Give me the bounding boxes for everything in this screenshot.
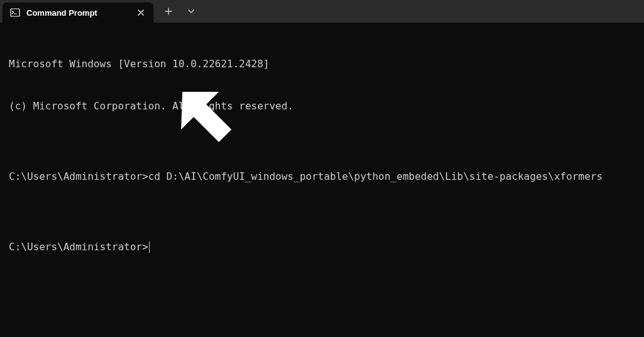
terminal-output[interactable]: Microsoft Windows [Version 10.0.22621.24… (0, 23, 644, 275)
window-titlebar: Command Prompt (0, 0, 644, 23)
version-line: Microsoft Windows [Version 10.0.22621.24… (9, 57, 635, 71)
text-cursor (149, 241, 150, 253)
command-text: cd D:\AI\ComfyUI_windows_portable\python… (148, 170, 602, 182)
prompt-path: C:\Users\Administrator> (9, 170, 148, 182)
cmd-icon (10, 8, 20, 18)
close-tab-button[interactable] (135, 6, 147, 19)
tab-command-prompt[interactable]: Command Prompt (3, 3, 153, 23)
tab-title: Command Prompt (26, 8, 128, 18)
prompt-path: C:\Users\Administrator> (9, 240, 148, 254)
new-tab-button[interactable] (158, 3, 179, 20)
tab-dropdown-button[interactable] (181, 3, 201, 20)
svg-rect-0 (11, 9, 19, 16)
copyright-line: (c) Microsoft Corporation. All rights re… (9, 99, 635, 113)
command-line-1: C:\Users\Administrator>cd D:\AI\ComfyUI_… (9, 170, 635, 184)
titlebar-actions (153, 0, 201, 23)
current-prompt-line: C:\Users\Administrator> (9, 240, 635, 254)
